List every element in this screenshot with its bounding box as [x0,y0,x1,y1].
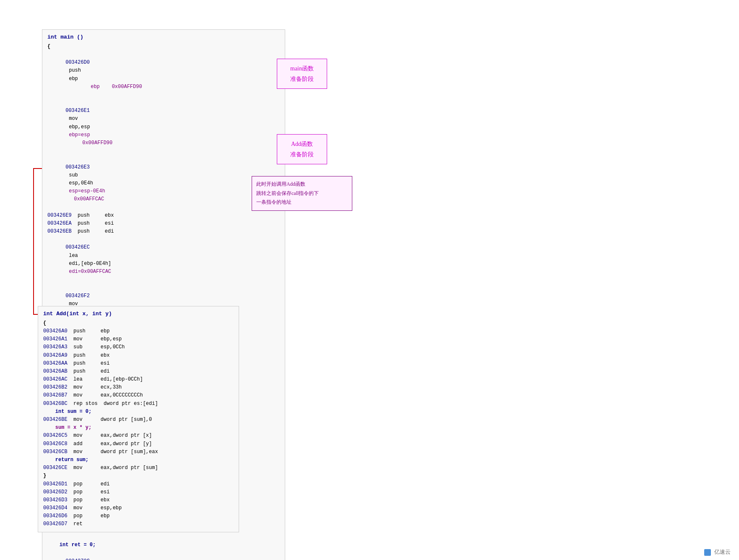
add-sum-xy: sum = x * y; [43,424,234,432]
add-prep-label1: Add函数 [283,139,321,149]
watermark: 亿速云 [704,548,731,556]
add-line-19: 003426D4 mov esp,ebp [43,504,234,512]
add-line-14: 003426CB mov dword ptr [sum],eax [43,448,234,456]
add-brace-open: { [43,319,234,327]
main-prep-label1: main函数 [283,63,321,74]
code-int-ret: int ret = 0; [47,541,280,549]
add-line-10: 003426BC rep stos dword ptr es:[edi] [43,400,234,408]
code-line-5: 003426EA push esi [47,220,280,228]
main-container: int main () { 003426D0 push ebp ebp 0x00… [0,0,739,560]
add-prep-annotation: Add函数 准备阶段 [277,134,327,164]
code-line-7: 003426EC lea edi,[ebp-0E4h] edi=0x00AFFC… [47,236,280,284]
add-return-sum: return sum; [43,456,234,464]
add-line-12: 003426C5 mov eax,dword ptr [x] [43,432,234,440]
add-func-header: int Add(int x, int y) [43,310,234,319]
add-line-3: 003426A3 sub esp,0CCh [43,343,234,351]
add-line-21: 003426D7 ret [43,520,234,528]
add-prep-label2: 准备阶段 [283,149,321,160]
add-line-2: 003426A1 mov ebp,esp [43,335,234,343]
add-line-5: 003426AA push esi [43,360,234,368]
code-line-1: 003426D0 push ebp ebp 0x00AFFD90 [47,51,280,99]
watermark-icon [704,549,711,556]
add-int-sum: int sum = 0; [43,408,234,416]
watermark-text: 亿速云 [714,549,731,555]
main-func-header: int main () [47,33,280,42]
call-note-body: 跳转之前会保存call指令的下 [256,189,348,198]
add-line-16: 003426D1 pop edi [43,480,234,488]
main-prep-label2: 准备阶段 [283,74,321,84]
main-brace-open: { [47,43,280,51]
call-note-title: 此时开始调用Add函数 [256,180,348,189]
code-line-6: 003426EB push edi [47,228,280,236]
add-line-15: 003426CE mov eax,dword ptr [sum] [43,464,234,472]
add-brace-close: } [43,472,234,480]
add-line-6: 003426AB push edi [43,368,234,376]
call-note-annotation: 此时开始调用Add函数 跳转之前会保存call指令的下 一条指令的地址 [252,176,352,211]
code-line-4: 003426E9 push ebx [47,212,280,220]
code-line-13: 0034270C mov dword ptr [ret],0 把0放在ret变量… [47,550,280,560]
add-line-1: 003426A0 push ebp [43,327,234,335]
add-line-17: 003426D2 pop esi [43,488,234,496]
main-prep-annotation: main函数 准备阶段 [277,59,327,89]
code-line-2: 003426E1 mov ebp,esp ebp=esp 0x00AFFD90 [47,99,280,155]
add-line-18: 003426D3 pop ebx [43,496,234,504]
add-func-panel: int Add(int x, int y) { 003426A0 push eb… [38,306,239,532]
call-note-body2: 一条指令的地址 [256,198,348,207]
add-line-11: 003426BE mov dword ptr [sum],0 [43,416,234,424]
add-line-4: 003426A9 push ebx [43,352,234,360]
add-line-7: 003426AC lea edi,[ebp-0CCh] [43,376,234,384]
add-line-20: 003426D6 pop ebp [43,512,234,520]
add-line-8: 003426B2 mov ecx,33h [43,384,234,391]
add-line-9: 003426B7 mov eax,0CCCCCCCCh [43,391,234,399]
add-line-13: 003426C8 add eax,dword ptr [y] [43,440,234,448]
code-line-3: 003426E3 sub esp,0E4h esp=esp-0E4h 0x00A… [47,155,280,211]
